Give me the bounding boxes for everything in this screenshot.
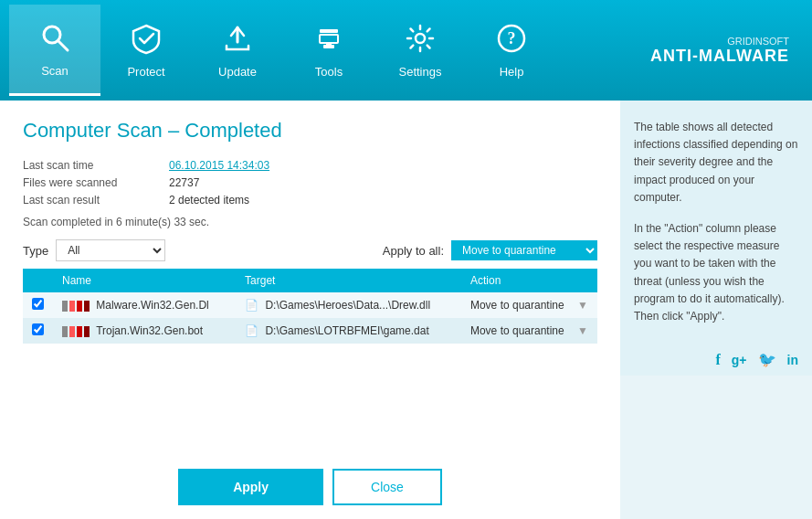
row-action: Move to quarantine ▼ (461, 318, 597, 344)
last-result-value: 2 detected items (169, 194, 249, 207)
row-name: Trojan.Win32.Gen.bot (53, 318, 236, 344)
nav-help-label: Help (500, 65, 524, 79)
filter-type-group: Type All (23, 239, 165, 261)
apply-to-all-label: Apply to all: (383, 244, 444, 258)
nav-help[interactable]: ? Help (466, 5, 557, 96)
threat-severity-icon (62, 326, 90, 337)
nav-tools[interactable]: Tools (283, 5, 374, 96)
last-scan-label: Last scan time (23, 159, 151, 172)
table-row: Malware.Win32.Gen.Dl 📄 D:\Games\Heroes\D… (23, 292, 597, 318)
last-result-label: Last scan result (23, 194, 151, 207)
nav-tools-label: Tools (315, 65, 343, 79)
tools-icon (312, 22, 345, 59)
sidebar-text2: In the "Action" column please select the… (634, 220, 798, 325)
file-icon: 📄 (245, 324, 258, 337)
table-row: Trojan.Win32.Gen.bot 📄 D:\Games\LOTRBFME… (23, 318, 597, 344)
threat-severity-icon (62, 301, 90, 312)
row-name: Malware.Win32.Gen.Dl (53, 292, 236, 318)
action-dropdown-icon[interactable]: ▼ (577, 324, 588, 337)
page-title: Computer Scan – Completed (23, 119, 597, 143)
nav-update[interactable]: Update (192, 5, 283, 96)
svg-rect-3 (320, 35, 338, 43)
svg-point-6 (416, 34, 425, 43)
sidebar: The table shows all detected infections … (620, 101, 812, 344)
filter-row: Type All Apply to all: Move to quarantin… (23, 239, 597, 261)
row-action: Move to quarantine ▼ (461, 292, 597, 318)
action-value: Move to quarantine (470, 324, 564, 337)
main-area: Computer Scan – Completed Last scan time… (0, 101, 812, 519)
nav-update-label: Update (218, 65, 257, 79)
target-path: D:\Games\LOTRBFMEI\game.dat (265, 324, 428, 337)
action-select[interactable]: Move to quarantine (451, 240, 597, 260)
col-checkbox (23, 269, 53, 292)
scan-info: Last scan time 06.10.2015 14:34:03 Files… (23, 159, 597, 207)
files-scanned-label: Files were scanned (23, 176, 151, 189)
nav-scan[interactable]: Scan (9, 5, 100, 96)
last-scan-row: Last scan time 06.10.2015 14:34:03 (23, 159, 597, 172)
svg-text:?: ? (508, 29, 516, 48)
footer-social: f g+ 🐦 in (620, 344, 812, 376)
apply-button[interactable]: Apply (178, 469, 323, 505)
target-path: D:\Games\Heroes\Data...\Drew.dll (265, 299, 430, 312)
protect-icon (130, 22, 163, 59)
close-button[interactable]: Close (332, 469, 442, 505)
files-scanned-row: Files were scanned 22737 (23, 176, 597, 189)
nav-settings-label: Settings (399, 65, 442, 79)
help-icon: ? (495, 22, 528, 59)
row-checkbox-cell (23, 318, 53, 344)
linkedin-icon[interactable]: in (787, 353, 798, 367)
row-checkbox[interactable] (32, 323, 44, 335)
facebook-icon[interactable]: f (715, 352, 720, 368)
bottom-bar: Apply Close (0, 469, 620, 505)
type-select[interactable]: All (56, 239, 165, 261)
table-header-row: Name Target Action (23, 269, 597, 292)
svg-line-1 (58, 41, 68, 50)
scan-icon (38, 21, 71, 58)
apply-to-all-group: Apply to all: Move to quarantine (383, 240, 597, 260)
googleplus-icon[interactable]: g+ (732, 353, 747, 367)
last-result-row: Last scan result 2 detected items (23, 194, 597, 207)
action-dropdown-icon[interactable]: ▼ (577, 299, 588, 312)
results-table: Name Target Action Malware.Win32.Gen.Dl … (23, 269, 597, 344)
files-scanned-value: 22737 (169, 176, 199, 189)
nav-protect-label: Protect (127, 65, 164, 79)
threat-name: Trojan.Win32.Gen.bot (96, 324, 203, 337)
nav-settings[interactable]: Settings (374, 5, 466, 96)
filter-type-label: Type (23, 244, 48, 258)
threat-name: Malware.Win32.Gen.Dl (96, 299, 208, 312)
right-panel: The table shows all detected infections … (620, 101, 812, 519)
brand: GRIDINSOFT ANTI-MALWARE (650, 36, 789, 66)
last-scan-link[interactable]: 06.10.2015 14:34:03 (169, 159, 269, 172)
sidebar-text1: The table shows all detected infections … (634, 119, 798, 207)
row-checkbox[interactable] (32, 298, 44, 310)
svg-rect-5 (326, 43, 332, 46)
nav-scan-label: Scan (41, 64, 69, 78)
row-target: 📄 D:\Games\Heroes\Data...\Drew.dll (236, 292, 461, 318)
col-name: Name (53, 269, 236, 292)
nav-protect[interactable]: Protect (100, 5, 192, 96)
brand-main: ANTI-MALWARE (650, 47, 789, 66)
last-scan-value: 06.10.2015 14:34:03 (169, 159, 269, 172)
file-icon: 📄 (245, 299, 258, 312)
col-target: Target (236, 269, 461, 292)
col-action: Action (461, 269, 597, 292)
action-value: Move to quarantine (470, 299, 564, 312)
app-header: Scan Protect Update (0, 0, 812, 101)
settings-icon (404, 22, 437, 59)
update-icon (221, 22, 254, 59)
twitter-icon[interactable]: 🐦 (758, 351, 776, 368)
content-area: Computer Scan – Completed Last scan time… (0, 101, 620, 519)
row-target: 📄 D:\Games\LOTRBFMEI\game.dat (236, 318, 461, 344)
svg-rect-2 (320, 29, 338, 33)
row-checkbox-cell (23, 292, 53, 318)
scan-summary: Scan completed in 6 minute(s) 33 sec. (23, 216, 597, 228)
brand-sub: GRIDINSOFT (650, 36, 789, 47)
